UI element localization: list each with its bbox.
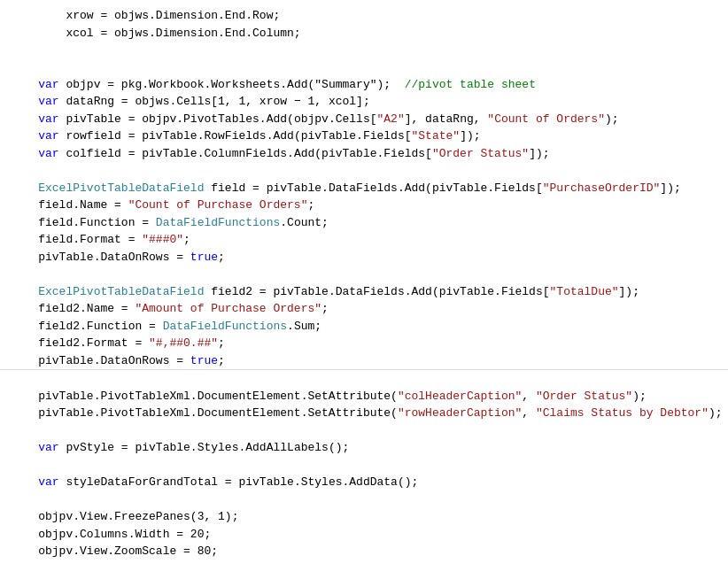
- code-line: pivTable.PivotTableXml.DocumentElement.S…: [0, 388, 728, 405]
- code-token: "Order Status": [536, 390, 632, 403]
- code-token: field2.Name =: [38, 302, 135, 315]
- line-content: var dataRng = objws.Cells[1, 1, xrow − 1…: [7, 93, 728, 111]
- line-content: field.Format = "###0";: [7, 231, 728, 249]
- code-token: "PurchaseOrderID": [543, 181, 661, 195]
- code-token: "###0": [142, 233, 183, 246]
- code-token: .Count;: [280, 216, 329, 229]
- code-token: );: [632, 390, 647, 403]
- code-line: field.Name = "Count of Purchase Orders";: [0, 197, 728, 214]
- code-line: ExcelPivotTableDataField field2 = pivTab…: [0, 283, 728, 301]
- code-token: var: [38, 112, 66, 126]
- line-content: var styleDataForGrandTotal = pivTable.St…: [7, 474, 728, 491]
- code-line-empty: [0, 457, 728, 475]
- code-token: var: [38, 129, 66, 143]
- line-content: objpv.View.FreezePanes(3, 1);: [7, 508, 728, 526]
- code-line: var styleDataForGrandTotal = pivTable.St…: [0, 474, 728, 491]
- code-token: pivTable.DataOnRows =: [38, 354, 190, 367]
- code-token: pivTable = objpv.PivotTables.Add(objpv.C…: [66, 112, 376, 126]
- code-token: field.Function =: [38, 216, 156, 229]
- code-line: var rowfield = pivTable.RowFields.Add(pi…: [0, 127, 728, 145]
- code-line: var dataRng = objws.Cells[1, 1, xrow − 1…: [0, 93, 728, 111]
- code-token: pivTable.DataOnRows =: [38, 251, 190, 264]
- code-token: var: [38, 475, 66, 489]
- code-token: var: [38, 441, 66, 454]
- code-line: field2.Name = "Amount of Purchase Orders…: [0, 300, 728, 318]
- code-token: ], dataRng,: [405, 112, 488, 126]
- code-line-empty: [0, 491, 728, 509]
- code-line: objpv.Columns.Width = 20;: [0, 526, 728, 544]
- line-content: pivTable.PivotTableXml.DocumentElement.S…: [7, 405, 728, 422]
- code-line: field.Function = DataFieldFunctions.Coun…: [0, 214, 728, 232]
- code-token: pvStyle = pivTable.Styles.AddAllLabels()…: [66, 441, 349, 454]
- line-content: pivTable.PivotTableXml.DocumentElement.S…: [7, 388, 728, 405]
- line-content: xrow = objws.Dimension.End.Row;: [7, 7, 728, 25]
- code-line: xrow = objws.Dimension.End.Row;: [0, 7, 728, 25]
- code-token: ,: [522, 390, 536, 403]
- code-token: var: [38, 95, 66, 108]
- code-token: ExcelPivotTableDataField: [38, 181, 204, 195]
- code-line: field2.Function = DataFieldFunctions.Sum…: [0, 318, 728, 336]
- code-token: field = pivTable.DataFields.Add(pivTable…: [204, 181, 542, 195]
- code-line-empty: [0, 162, 728, 180]
- line-content: field2.Format = "#,##0.##";: [7, 335, 728, 352]
- code-token: ]);: [660, 181, 680, 195]
- code-token: ;: [307, 198, 314, 212]
- line-content: pivTable.DataOnRows = true;: [7, 249, 728, 266]
- line-content: objpv.Columns.Width = 20;: [7, 526, 728, 544]
- line-content: field.Function = DataFieldFunctions.Coun…: [7, 214, 728, 232]
- line-content: field.Name = "Count of Purchase Orders";: [7, 197, 728, 214]
- code-token: field2.Function =: [38, 320, 162, 333]
- code-token: "Claims Status by Debtor": [536, 406, 709, 420]
- code-line: xcol = objws.Dimension.End.Column;: [0, 25, 728, 42]
- code-token: rowfield = pivTable.RowFields.Add(pivTab…: [66, 129, 411, 143]
- code-token: "Count of Purchase Orders": [128, 198, 308, 212]
- code-token: "State": [412, 129, 461, 143]
- code-line: var pivTable = objpv.PivotTables.Add(obj…: [0, 111, 728, 128]
- line-content: pivTable.DataOnRows = true;: [7, 352, 728, 370]
- line-content: var pivTable = objpv.PivotTables.Add(obj…: [7, 111, 728, 128]
- line-content: var colfield = pivTable.ColumnFields.Add…: [7, 145, 728, 163]
- code-line-empty: [0, 369, 728, 388]
- line-content: ExcelPivotTableDataField field = pivTabl…: [7, 180, 728, 197]
- code-token: objpv.View.ZoomScale = 80;: [38, 544, 218, 558]
- code-token: "colHeaderCaption": [398, 390, 522, 403]
- code-token: DataFieldFunctions: [156, 216, 280, 229]
- code-token: ,: [522, 406, 536, 420]
- code-token: pivTable.PivotTableXml.DocumentElement.S…: [38, 390, 398, 403]
- line-content: var objpv = pkg.Workbook.Worksheets.Add(…: [7, 76, 728, 94]
- code-line-empty: [0, 422, 728, 440]
- line-content: var pvStyle = pivTable.Styles.AddAllLabe…: [7, 439, 728, 457]
- code-token: xrow = objws.Dimension.End.Row;: [66, 9, 280, 22]
- code-token: true: [190, 354, 218, 367]
- code-token: "Order Status": [432, 147, 529, 160]
- code-token: field.Name =: [38, 198, 128, 212]
- code-token: ;: [218, 336, 225, 350]
- code-token: DataFieldFunctions: [163, 320, 287, 333]
- code-token: field2.Format =: [38, 336, 149, 350]
- line-content: field2.Function = DataFieldFunctions.Sum…: [7, 318, 728, 336]
- code-line: objpv.View.FreezePanes(3, 1);: [0, 508, 728, 526]
- code-token: objpv.View.FreezePanes(3, 1);: [38, 510, 238, 523]
- code-token: objpv = pkg.Workbook.Worksheets.Add("Sum…: [66, 78, 404, 91]
- code-line: field.Format = "###0";: [0, 231, 728, 249]
- code-token: true: [190, 251, 218, 264]
- code-token: objpv.Columns.Width = 20;: [38, 528, 211, 541]
- code-line: field2.Format = "#,##0.##";: [0, 335, 728, 352]
- line-content: xcol = objws.Dimension.End.Column;: [7, 25, 728, 42]
- code-token: "TotalDue": [550, 285, 619, 298]
- code-editor: xrow = objws.Dimension.End.Row; xcol = o…: [0, 0, 728, 579]
- code-token: .Sum;: [287, 320, 321, 333]
- code-line-empty: [0, 266, 728, 283]
- code-token: dataRng = objws.Cells[1, 1, xrow − 1, xc…: [66, 95, 369, 108]
- code-token: styleDataForGrandTotal = pivTable.Styles…: [66, 475, 418, 489]
- code-token: ]);: [619, 285, 639, 298]
- code-token: ExcelPivotTableDataField: [38, 285, 204, 298]
- code-line: var pvStyle = pivTable.Styles.AddAllLabe…: [0, 439, 728, 457]
- code-token: //pivot table sheet: [405, 78, 536, 91]
- code-line: objpv.View.ZoomScale = 80;: [0, 543, 728, 560]
- line-content: var rowfield = pivTable.RowFields.Add(pi…: [7, 127, 728, 145]
- code-token: );: [605, 112, 619, 126]
- code-token: ;: [321, 302, 329, 315]
- line-content: field2.Name = "Amount of Purchase Orders…: [7, 300, 728, 318]
- code-token: ;: [218, 251, 225, 264]
